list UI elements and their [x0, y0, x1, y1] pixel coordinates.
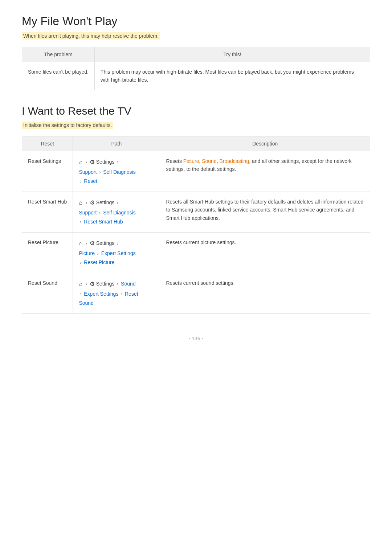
col-header-try: Try this!	[94, 47, 370, 62]
chevron-icon: ›	[117, 241, 118, 246]
reset-label: Reset Picture	[22, 233, 73, 273]
reset-label: Reset Settings	[22, 151, 73, 192]
page-number: - 136 -	[22, 336, 370, 341]
path-segment: Settings	[96, 240, 115, 246]
chevron-icon: ›	[86, 241, 87, 246]
chevron-icon: ›	[80, 292, 81, 297]
path-text: ⌂ › ⚙ Settings › Sound › Expert Settings…	[79, 281, 138, 306]
path-reset: Reset	[84, 178, 97, 184]
file-play-table: The problem Try this! Some files can't b…	[22, 47, 370, 90]
home-icon: ⌂	[79, 157, 82, 168]
path-support: Support	[79, 210, 97, 216]
table-row: Reset Smart Hub ⌂ › ⚙ Settings › Support…	[22, 192, 370, 232]
col-header-desc: Description	[160, 136, 370, 151]
desc-cell: Resets current sound settings.	[160, 273, 370, 314]
table-row: Some files can't be played. This problem…	[22, 62, 370, 90]
chevron-icon: ›	[117, 282, 118, 287]
path-text: ⌂ › ⚙ Settings › Picture › Expert Settin…	[79, 240, 135, 265]
path-reset-sound: Reset	[125, 291, 138, 297]
path-expert: Expert Settings	[101, 250, 136, 256]
desc-cell: Resets all Smart Hub settings to their f…	[160, 192, 370, 232]
path-expert-settings: Expert Settings	[84, 291, 118, 297]
section2-subtitle: Initialise the settings to factory defau…	[22, 122, 113, 129]
gear-icon: ⚙	[90, 279, 95, 290]
section1-subtitle: When files aren't playing, this may help…	[22, 32, 160, 40]
highlight-picture: Picture	[183, 158, 199, 164]
home-icon: ⌂	[79, 198, 82, 208]
path-text: ⌂ › ⚙ Settings › Support › Self Diagnosi…	[79, 200, 135, 225]
path-cell: ⌂ › ⚙ Settings › Support › Self Diagnosi…	[73, 192, 160, 232]
table-row: Reset Sound ⌂ › ⚙ Settings › Sound › Exp…	[22, 273, 370, 314]
home-icon: ⌂	[79, 238, 82, 249]
reset-label: Reset Smart Hub	[22, 192, 73, 232]
reset-table: Reset Path Description Reset Settings ⌂ …	[22, 136, 370, 314]
path-picture: Picture	[79, 250, 95, 256]
chevron-icon: ›	[80, 219, 81, 225]
highlight-sound: Sound	[202, 158, 216, 164]
reset-label: Reset Sound	[22, 273, 73, 314]
path-reset-smarthub: Reset Smart Hub	[84, 219, 123, 225]
chevron-icon: ›	[97, 251, 99, 256]
chevron-icon: ›	[99, 170, 101, 175]
problem-cell: Some files can't be played.	[22, 62, 95, 90]
table-row: Reset Picture ⌂ › ⚙ Settings › Picture ›…	[22, 233, 370, 273]
chevron-icon: ›	[80, 179, 81, 184]
path-sound: Sound	[121, 281, 135, 287]
path-cell: ⌂ › ⚙ Settings › Support › Self Diagnosi…	[73, 151, 160, 192]
path-segment: Settings	[96, 159, 115, 165]
path-segment: Settings	[96, 200, 115, 205]
path-sound-label: Sound	[79, 300, 93, 306]
chevron-icon: ›	[99, 210, 101, 216]
col-header-problem: The problem	[22, 47, 95, 62]
chevron-icon: ›	[121, 292, 122, 297]
path-reset-picture: Reset Picture	[84, 259, 114, 265]
section2-title: I Want to Reset the TV	[22, 105, 370, 117]
desc-cell: Resets Picture, Sound, Broadcasting, and…	[160, 151, 370, 192]
chevron-icon: ›	[86, 200, 87, 205]
chevron-icon: ›	[117, 200, 118, 205]
gear-icon: ⚙	[90, 157, 95, 168]
chevron-icon: ›	[117, 160, 118, 165]
desc-cell: Resets current picture settings.	[160, 233, 370, 273]
path-selfdiag: Self Diagnosis	[103, 169, 136, 175]
solution-cell: This problem may occur with high-bitrate…	[94, 62, 370, 90]
chevron-icon: ›	[86, 282, 87, 287]
path-cell: ⌂ › ⚙ Settings › Picture › Expert Settin…	[73, 233, 160, 273]
table-row: Reset Settings ⌂ › ⚙ Settings › Support …	[22, 151, 370, 192]
path-selfdiag: Self Diagnosis	[103, 210, 136, 216]
col-header-path: Path	[73, 136, 160, 151]
path-segment: Settings	[96, 281, 115, 287]
gear-icon: ⚙	[90, 238, 95, 249]
chevron-icon: ›	[86, 160, 87, 165]
chevron-icon: ›	[80, 260, 81, 265]
home-icon: ⌂	[79, 279, 82, 290]
path-text: ⌂ › ⚙ Settings › Support › Self Diagnosi…	[79, 159, 135, 184]
col-header-reset: Reset	[22, 136, 73, 151]
path-cell: ⌂ › ⚙ Settings › Sound › Expert Settings…	[73, 273, 160, 314]
highlight-broadcasting: Broadcasting	[219, 158, 249, 164]
section1-title: My File Won't Play	[22, 15, 370, 28]
gear-icon: ⚙	[90, 198, 95, 208]
path-support: Support	[79, 169, 97, 175]
